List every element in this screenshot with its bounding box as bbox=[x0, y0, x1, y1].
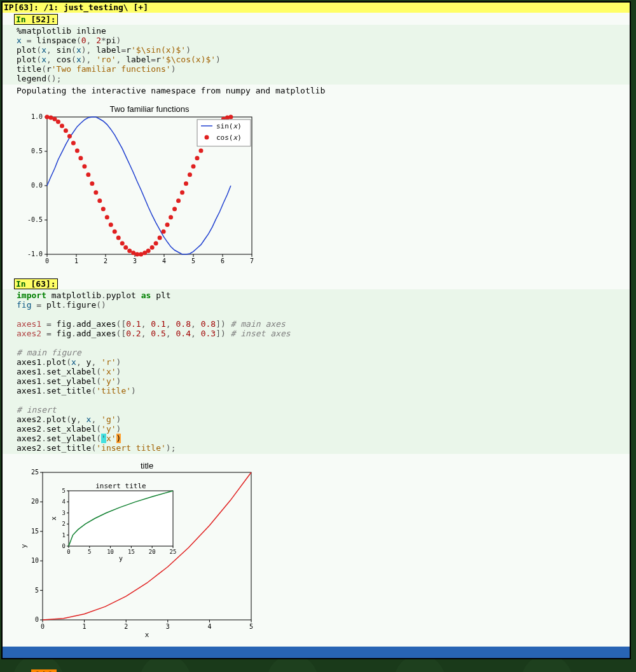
svg-point-81 bbox=[205, 135, 209, 140]
svg-point-31 bbox=[56, 120, 60, 124]
svg-point-34 bbox=[67, 134, 72, 139]
svg-point-36 bbox=[75, 148, 80, 153]
svg-text:25: 25 bbox=[170, 549, 177, 555]
svg-text:0.5: 0.5 bbox=[31, 147, 43, 154]
svg-text:5: 5 bbox=[88, 549, 91, 555]
svg-point-39 bbox=[86, 172, 90, 177]
svg-point-64 bbox=[180, 190, 184, 195]
svg-text:15: 15 bbox=[31, 528, 39, 535]
svg-point-29 bbox=[48, 116, 53, 120]
svg-text:0: 0 bbox=[41, 623, 45, 630]
svg-point-51 bbox=[131, 250, 135, 255]
svg-text:x: x bbox=[50, 516, 57, 520]
svg-text:5: 5 bbox=[191, 257, 195, 264]
svg-point-55 bbox=[146, 249, 151, 253]
svg-point-47 bbox=[116, 236, 121, 240]
svg-text:1: 1 bbox=[83, 623, 86, 630]
svg-point-33 bbox=[64, 128, 68, 133]
mode-line: ❷|❶ * 717 *ein: 8888/test.ipynb/just_tes… bbox=[3, 647, 630, 658]
svg-point-58 bbox=[158, 236, 162, 240]
svg-point-42 bbox=[97, 198, 102, 203]
svg-point-63 bbox=[176, 198, 181, 203]
svg-text:0: 0 bbox=[67, 549, 70, 555]
svg-point-61 bbox=[169, 215, 173, 219]
svg-text:3: 3 bbox=[166, 623, 170, 630]
svg-text:-0.5: -0.5 bbox=[27, 216, 43, 223]
svg-point-52 bbox=[135, 252, 139, 257]
svg-text:2: 2 bbox=[104, 257, 107, 264]
svg-text:title: title bbox=[141, 461, 153, 470]
svg-point-67 bbox=[191, 164, 196, 168]
svg-point-66 bbox=[188, 172, 192, 177]
svg-point-43 bbox=[101, 207, 106, 211]
svg-point-56 bbox=[150, 245, 155, 250]
svg-point-59 bbox=[162, 230, 166, 234]
plot-output-52: Two familiar functions01234567-1.0-0.50.… bbox=[3, 97, 630, 277]
svg-text:5: 5 bbox=[249, 623, 253, 630]
svg-point-53 bbox=[139, 252, 143, 257]
svg-text:Two familiar functions: Two familiar functions bbox=[110, 104, 190, 114]
svg-point-44 bbox=[105, 215, 109, 219]
svg-rect-111 bbox=[69, 491, 173, 546]
svg-point-57 bbox=[154, 241, 158, 245]
svg-point-62 bbox=[172, 207, 177, 211]
window-titlebar: IP[63]: /1: just_testing\ [+] bbox=[3, 3, 630, 13]
cell-prompt-52: In [52]: bbox=[14, 14, 58, 25]
svg-point-28 bbox=[45, 115, 50, 120]
svg-point-37 bbox=[78, 156, 83, 160]
cell-prompt-63: In [63]: bbox=[14, 278, 58, 289]
svg-point-49 bbox=[123, 245, 128, 250]
svg-text:insert title: insert title bbox=[95, 482, 146, 490]
svg-text:20: 20 bbox=[31, 498, 39, 505]
sine-cosine-plot: Two familiar functions01234567-1.0-0.50.… bbox=[17, 103, 258, 268]
svg-text:1.0: 1.0 bbox=[31, 113, 43, 120]
svg-point-48 bbox=[120, 241, 125, 245]
svg-point-60 bbox=[165, 223, 170, 227]
svg-text:10: 10 bbox=[107, 549, 114, 555]
svg-text:6: 6 bbox=[221, 257, 225, 264]
svg-text:1: 1 bbox=[74, 257, 78, 264]
svg-text:y: y bbox=[20, 544, 28, 548]
code-cell-52[interactable]: %matplotlib inline x = linspace(0, 2*pi)… bbox=[3, 25, 630, 85]
svg-text:3: 3 bbox=[62, 510, 66, 516]
svg-text:5: 5 bbox=[35, 587, 39, 594]
svg-text:x: x bbox=[145, 631, 149, 638]
svg-text:0: 0 bbox=[35, 616, 39, 623]
svg-point-40 bbox=[90, 181, 94, 186]
svg-point-35 bbox=[71, 141, 76, 146]
svg-text:3: 3 bbox=[133, 257, 137, 264]
svg-text:5: 5 bbox=[62, 488, 66, 494]
svg-text:-1.0: -1.0 bbox=[27, 250, 43, 257]
code-cell-63[interactable]: import matplotlib.pyplot as plt fig = pl… bbox=[3, 289, 630, 454]
svg-text:2: 2 bbox=[124, 623, 128, 630]
svg-point-46 bbox=[113, 230, 117, 234]
svg-text:4: 4 bbox=[207, 623, 211, 630]
svg-point-38 bbox=[82, 164, 86, 168]
svg-point-45 bbox=[109, 223, 113, 227]
svg-text:4: 4 bbox=[62, 498, 66, 505]
svg-point-30 bbox=[52, 117, 57, 121]
svg-text:4: 4 bbox=[162, 257, 166, 264]
svg-text:0: 0 bbox=[62, 543, 66, 549]
buffer-content[interactable]: In [52]: %matplotlib inline x = linspace… bbox=[3, 13, 630, 647]
svg-text:y: y bbox=[119, 555, 123, 562]
inset-axes-plot: title012345x0510152025yinsert title05101… bbox=[17, 454, 277, 638]
editor-window: IP[63]: /1: just_testing\ [+] In [52]: %… bbox=[1, 1, 631, 659]
svg-text:7: 7 bbox=[250, 257, 254, 264]
svg-point-65 bbox=[184, 181, 188, 186]
svg-text:2: 2 bbox=[62, 521, 66, 527]
stdout-52: Populating the interactive namespace fro… bbox=[3, 85, 630, 97]
svg-point-69 bbox=[198, 148, 203, 153]
svg-text:25: 25 bbox=[31, 469, 39, 476]
svg-text:0: 0 bbox=[45, 257, 49, 264]
svg-text:10: 10 bbox=[31, 557, 39, 564]
svg-text:20: 20 bbox=[149, 549, 156, 555]
workspace-indicator: ❷|❶ bbox=[31, 669, 57, 672]
svg-point-77 bbox=[228, 115, 233, 120]
svg-text:15: 15 bbox=[128, 549, 135, 555]
svg-point-50 bbox=[127, 249, 132, 253]
svg-text:0.0: 0.0 bbox=[31, 182, 43, 189]
svg-point-32 bbox=[60, 124, 64, 128]
svg-text:sin(x): sin(x) bbox=[216, 122, 242, 130]
svg-point-68 bbox=[195, 156, 199, 160]
